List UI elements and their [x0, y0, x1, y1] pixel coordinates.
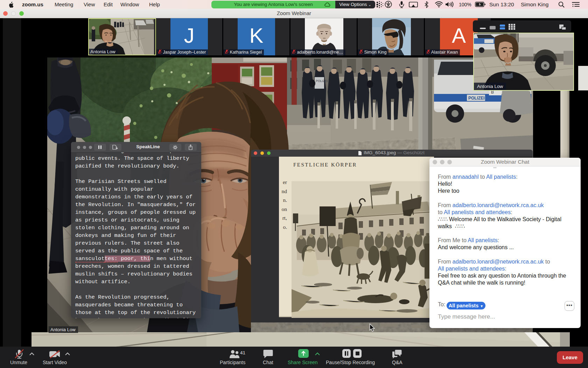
svg-text:POLIZEI: POLIZEI: [468, 96, 485, 101]
svg-text:POLIZEI: POLIZEI: [316, 79, 328, 83]
